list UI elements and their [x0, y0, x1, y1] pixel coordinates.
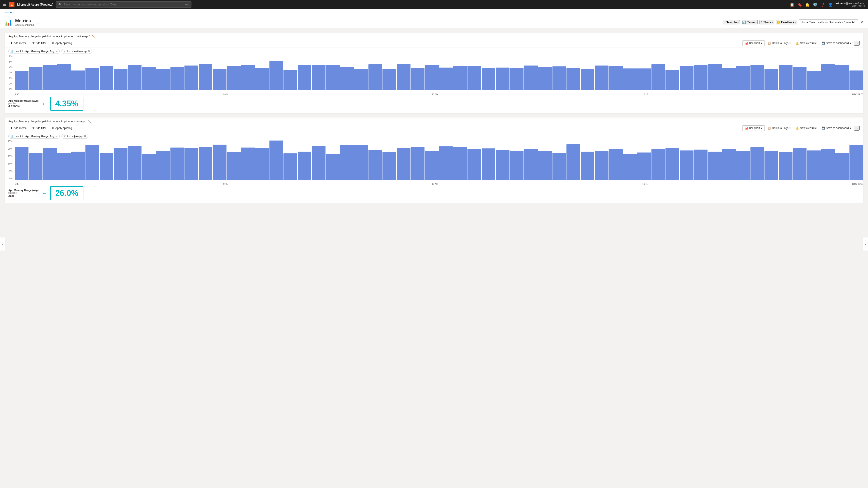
chart2-more-button[interactable]: ··· — [854, 126, 860, 131]
bar[interactable] — [43, 148, 57, 180]
bar[interactable] — [411, 147, 425, 180]
bar[interactable] — [270, 61, 283, 90]
bar[interactable] — [779, 152, 793, 180]
bar[interactable] — [849, 70, 863, 90]
bar[interactable] — [156, 151, 170, 180]
bar[interactable] — [694, 65, 708, 90]
bar[interactable] — [821, 149, 835, 180]
bar[interactable] — [595, 151, 609, 180]
chart2-filter-remove-button[interactable]: ✕ — [84, 135, 86, 138]
bar[interactable] — [482, 149, 495, 180]
bar[interactable] — [326, 65, 340, 90]
notifications-icon[interactable]: 📋 — [790, 2, 794, 7]
bar[interactable] — [807, 71, 821, 90]
bar[interactable] — [779, 65, 793, 90]
bar[interactable] — [623, 68, 637, 90]
bar[interactable] — [467, 149, 481, 180]
bar[interactable] — [637, 68, 651, 90]
search-bar[interactable]: 🔍 G+/ — [56, 1, 191, 8]
chart2-edit-icon[interactable]: ✏️ — [88, 120, 91, 123]
bar[interactable] — [170, 148, 184, 180]
bar[interactable] — [453, 66, 467, 90]
bar[interactable] — [651, 149, 665, 180]
bar[interactable] — [397, 148, 410, 180]
bar[interactable] — [651, 64, 665, 90]
chart1-save-dashboard-button[interactable]: 💾 Save to dashboard ▾ — [819, 40, 853, 46]
bar[interactable] — [553, 153, 566, 180]
bar[interactable] — [142, 154, 156, 180]
bar[interactable] — [835, 65, 849, 90]
chart1-apply-splitting-button[interactable]: ⊞ Apply splitting — [50, 40, 74, 46]
feedback-button[interactable]: 😊 Feedback ▾ — [776, 20, 797, 24]
chart2-new-alert-button[interactable]: 🔔 New alert rule — [794, 125, 819, 131]
bar[interactable] — [15, 147, 29, 180]
bar[interactable] — [793, 67, 807, 90]
chart1-new-alert-button[interactable]: 🔔 New alert rule — [794, 40, 819, 46]
bar[interactable] — [397, 64, 410, 90]
bar[interactable] — [71, 70, 85, 90]
bar[interactable] — [184, 148, 198, 180]
bar[interactable] — [312, 65, 326, 90]
bar[interactable] — [86, 145, 99, 180]
bar[interactable] — [538, 151, 552, 180]
bar[interactable] — [835, 153, 849, 180]
bar[interactable] — [736, 66, 750, 90]
bar[interactable] — [43, 65, 57, 90]
chart1-type-button[interactable]: 📊 Bar chart ▾ — [742, 40, 765, 46]
bar[interactable] — [694, 150, 708, 180]
bar[interactable] — [255, 68, 269, 90]
bar[interactable] — [736, 151, 750, 180]
bar[interactable] — [482, 68, 495, 90]
bar[interactable] — [793, 148, 807, 180]
bar[interactable] — [524, 149, 538, 180]
bar[interactable] — [15, 71, 29, 90]
chart1-more-button[interactable]: ··· — [854, 41, 860, 46]
bar[interactable] — [807, 151, 821, 180]
user-info[interactable]: asirveda@microsoft.com MICROSOFT — [835, 2, 865, 7]
bar[interactable] — [114, 148, 127, 180]
bar[interactable] — [213, 69, 226, 90]
bar[interactable] — [29, 153, 43, 180]
bar[interactable] — [708, 64, 722, 90]
chart1-add-metric-button[interactable]: ✚ Add metric — [8, 40, 29, 46]
bar[interactable] — [184, 66, 198, 90]
bar[interactable] — [581, 152, 594, 180]
bar[interactable] — [382, 69, 396, 90]
bar[interactable] — [57, 153, 71, 180]
chart2-save-dashboard-button[interactable]: 💾 Save to dashboard ▾ — [819, 125, 853, 131]
bar[interactable] — [765, 69, 778, 90]
bar[interactable] — [57, 64, 71, 90]
bar[interactable] — [213, 144, 226, 180]
bar[interactable] — [255, 148, 269, 180]
bar[interactable] — [241, 65, 255, 90]
bar[interactable] — [312, 146, 326, 180]
bar[interactable] — [595, 66, 609, 90]
bar[interactable] — [553, 66, 566, 90]
bar[interactable] — [722, 149, 736, 180]
close-button[interactable]: ✕ — [860, 20, 864, 25]
bar[interactable] — [439, 68, 453, 90]
time-range-selector[interactable]: Local Time: Last hour (Automatic - 1 min… — [799, 20, 858, 25]
chart2-apply-splitting-button[interactable]: ⊞ Apply splitting — [50, 125, 74, 131]
bar[interactable] — [114, 69, 127, 90]
bar[interactable] — [326, 154, 340, 180]
bar[interactable] — [665, 70, 679, 90]
bar[interactable] — [340, 145, 354, 180]
settings-icon[interactable]: ⚙️ — [813, 2, 817, 7]
bar[interactable] — [609, 66, 623, 90]
bar[interactable] — [298, 65, 311, 90]
bar[interactable] — [156, 69, 170, 90]
bar[interactable] — [453, 147, 467, 180]
bar[interactable] — [354, 145, 368, 180]
bar[interactable] — [496, 150, 509, 180]
bar[interactable] — [609, 149, 623, 180]
chart2-add-metric-button[interactable]: ✚ Add metric — [8, 125, 29, 131]
bar[interactable] — [425, 65, 439, 90]
chart2-type-button[interactable]: 📊 Bar chart ▾ — [742, 125, 765, 131]
hamburger-icon[interactable]: ☰ — [3, 2, 6, 7]
bar[interactable] — [750, 147, 764, 180]
bar[interactable] — [71, 152, 85, 180]
bar[interactable] — [283, 70, 297, 90]
bar[interactable] — [439, 147, 453, 180]
bar[interactable] — [566, 144, 580, 180]
